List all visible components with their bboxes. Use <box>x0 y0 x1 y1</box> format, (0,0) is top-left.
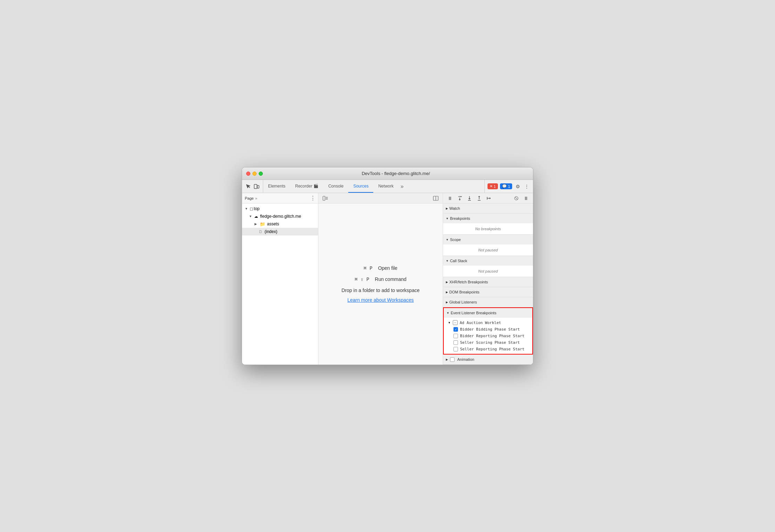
error-badge[interactable]: ✕ 1 <box>488 183 498 189</box>
bp-bidder-reporting[interactable]: Bidder Reporting Phase Start <box>444 333 532 339</box>
section-global-label: Global Listeners <box>449 300 477 304</box>
breakpoints-empty-text: No breakpoints <box>443 225 533 233</box>
shortcut-keys-1: ⌘ P <box>364 265 372 271</box>
panel-layout-icon[interactable] <box>432 194 440 202</box>
sidebar-toggle-icon[interactable] <box>321 194 330 202</box>
folder-icon: 📁 <box>260 222 265 227</box>
section-scope: ▼ Scope Not paused <box>443 235 533 256</box>
shortcut-label-2: Run command <box>375 276 407 282</box>
file-panel-more[interactable]: » <box>255 196 257 200</box>
tabs: Elements Recorder 🎬 Console Sources Netw… <box>263 180 484 193</box>
pause-exceptions-button[interactable]: ⏸ <box>522 194 530 202</box>
dom-arrow-icon: ▶ <box>446 291 448 294</box>
drop-label: Drop in a folder to add to workspace <box>342 288 420 293</box>
tree-label-index: (index) <box>265 229 277 234</box>
section-breakpoints-body: No breakpoints <box>443 223 533 234</box>
section-watch-header[interactable]: ▶ Watch <box>443 203 533 213</box>
animation-arrow-icon: ▶ <box>446 358 448 361</box>
step-out-button[interactable] <box>475 194 483 202</box>
section-event-listener-label: Event Listener Breakpoints <box>451 311 496 315</box>
close-button[interactable] <box>246 172 250 176</box>
section-scope-label: Scope <box>450 238 461 242</box>
file-tree: ▼ □ top ▼ ☁ fledge-demo.glitch.me ▶ 📁 as… <box>242 203 318 365</box>
global-arrow-icon: ▶ <box>446 301 448 304</box>
maximize-button[interactable] <box>259 172 263 176</box>
main-content: Page » ⋮ ▼ □ top ▼ ☁ fledge-demo.glitch.… <box>242 193 533 365</box>
section-global-listeners: ▶ Global Listeners <box>443 297 533 307</box>
shortcut-row-1: ⌘ P Open file <box>364 265 397 271</box>
cloud-icon: ☁ <box>254 214 258 219</box>
svg-marker-9 <box>459 199 461 200</box>
tab-console[interactable]: Console <box>323 180 348 193</box>
section-dom-label: DOM Breakpoints <box>449 290 480 294</box>
bp-label-bidder-bidding: Bidder Bidding Phase Start <box>460 327 520 332</box>
tab-recorder[interactable]: Recorder 🎬 <box>290 180 323 193</box>
shortcut-row-2: ⌘ ⇧ P Run command <box>355 276 406 282</box>
section-callstack-body: Not paused <box>443 266 533 277</box>
tree-label-top: top <box>254 206 260 211</box>
checkbox-seller-reporting[interactable] <box>453 347 458 351</box>
bp-bidder-bidding[interactable]: Bidder Bidding Phase Start <box>444 326 532 333</box>
scope-arrow-icon: ▼ <box>446 238 449 241</box>
bp-seller-scoring[interactable]: Seller Scoring Phase Start <box>444 339 532 346</box>
section-global-header[interactable]: ▶ Global Listeners <box>443 297 533 307</box>
arrow-down-icon: ▼ <box>249 215 253 218</box>
info-badge[interactable]: 💬 1 <box>500 183 512 189</box>
deactivate-breakpoints-button[interactable] <box>512 194 520 202</box>
watch-arrow-icon: ▶ <box>446 207 448 210</box>
right-panel-content: ▶ Watch ▼ Breakpoints No breakpoints <box>443 203 533 365</box>
section-event-listener-header[interactable]: ▼ Event Listener Breakpoints <box>444 308 532 318</box>
bp-label-bidder-reporting: Bidder Reporting Phase Start <box>460 334 524 338</box>
arrow-right-icon: ▶ <box>255 222 259 226</box>
svg-marker-14 <box>478 196 480 197</box>
section-dom-header[interactable]: ▶ DOM Breakpoints <box>443 287 533 297</box>
bp-label-seller-scoring: Seller Scoring Phase Start <box>460 340 520 345</box>
tab-sources[interactable]: Sources <box>348 180 373 193</box>
ad-auction-worklet-label: Ad Auction Worklet <box>460 321 501 325</box>
tab-network[interactable]: Network <box>373 180 398 193</box>
subsection-ad-auction-worklet[interactable]: ▼ − Ad Auction Worklet <box>444 319 532 326</box>
minimize-button[interactable] <box>252 172 257 176</box>
step-over-button[interactable] <box>456 194 464 202</box>
callstack-arrow-icon: ▼ <box>446 259 449 263</box>
pause-button[interactable]: ⏸ <box>446 194 454 202</box>
settings-icon[interactable]: ⚙ <box>514 183 521 190</box>
animation-checkbox[interactable] <box>450 357 455 362</box>
tree-item-top[interactable]: ▼ □ top <box>242 205 318 213</box>
svg-marker-11 <box>468 198 470 200</box>
section-callstack-header[interactable]: ▼ Call Stack <box>443 256 533 266</box>
devtools-window: DevTools - fledge-demo.glitch.me/ Elemen… <box>242 167 533 365</box>
inspect-icon[interactable] <box>245 183 252 190</box>
section-xhr-header[interactable]: ▶ XHR/fetch Breakpoints <box>443 277 533 287</box>
tree-label-domain: fledge-demo.glitch.me <box>260 214 301 219</box>
title-bar: DevTools - fledge-demo.glitch.me/ <box>242 167 533 180</box>
file-panel-menu[interactable]: ⋮ <box>310 195 315 201</box>
traffic-lights <box>246 172 263 176</box>
section-animation-header[interactable]: ▶ Animation <box>443 355 533 364</box>
checkbox-bidder-bidding[interactable] <box>453 327 458 332</box>
section-watch-label: Watch <box>449 206 460 210</box>
folder-icon: □ <box>250 206 253 211</box>
right-panel: ⏸ <box>443 193 533 365</box>
middle-toolbar <box>318 193 443 203</box>
file-icon: 🗋 <box>259 230 262 234</box>
workspace-link[interactable]: Learn more about Workspaces <box>347 297 414 303</box>
checkbox-bidder-reporting[interactable] <box>453 334 458 338</box>
svg-line-20 <box>515 197 517 199</box>
tab-elements[interactable]: Elements <box>263 180 290 193</box>
more-options-icon[interactable]: ⋮ <box>523 183 530 190</box>
section-breakpoints-header[interactable]: ▼ Breakpoints <box>443 214 533 223</box>
step-button[interactable] <box>485 194 493 202</box>
section-callstack: ▼ Call Stack Not paused <box>443 256 533 277</box>
tree-item-domain[interactable]: ▼ ☁ fledge-demo.glitch.me <box>242 213 318 220</box>
checkbox-seller-scoring[interactable] <box>453 340 458 345</box>
step-into-button[interactable] <box>465 194 474 202</box>
tree-item-index[interactable]: 🗋 (index) <box>242 228 318 235</box>
section-scope-header[interactable]: ▼ Scope <box>443 235 533 244</box>
bp-seller-reporting[interactable]: Seller Reporting Phase Start <box>444 346 532 352</box>
tree-item-assets[interactable]: ▶ 📁 assets <box>242 220 318 228</box>
section-animation-label: Animation <box>457 357 474 361</box>
file-panel: Page » ⋮ ▼ □ top ▼ ☁ fledge-demo.glitch.… <box>242 193 318 365</box>
more-tabs-button[interactable]: » <box>398 180 406 193</box>
toggle-device-icon[interactable] <box>253 183 260 190</box>
